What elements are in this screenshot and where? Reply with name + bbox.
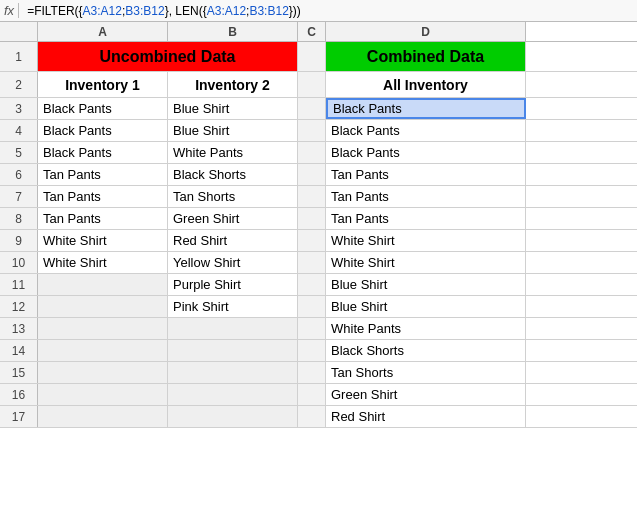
cell-d14[interactable]: Black Shorts	[326, 340, 526, 361]
row-11: 11Purple ShirtBlue Shirt	[0, 274, 637, 296]
formula-bar: fx =FILTER({A3:A12;B3:B12}, LEN({A3:A12;…	[0, 0, 637, 22]
data-rows: 3Black PantsBlue ShirtBlack Pants4Black …	[0, 98, 637, 428]
formula-text: =FILTER({A3:A12;B3:B12}, LEN({A3:A12;B3:…	[27, 4, 301, 18]
cell-a17[interactable]	[38, 406, 168, 427]
cell-b7[interactable]: Tan Shorts	[168, 186, 298, 207]
row-10: 10White ShirtYellow ShirtWhite Shirt	[0, 252, 637, 274]
row-4: 4Black PantsBlue ShirtBlack Pants	[0, 120, 637, 142]
cell-b14[interactable]	[168, 340, 298, 361]
row-14: 14Black Shorts	[0, 340, 637, 362]
cell-a15[interactable]	[38, 362, 168, 383]
cell-d13[interactable]: White Pants	[326, 318, 526, 339]
cell-d12[interactable]: Blue Shirt	[326, 296, 526, 317]
row-5: 5Black PantsWhite PantsBlack Pants	[0, 142, 637, 164]
cell-b11[interactable]: Purple Shirt	[168, 274, 298, 295]
row-6: 6Tan PantsBlack ShortsTan Pants	[0, 164, 637, 186]
cell-c14	[298, 340, 326, 361]
cell-b16[interactable]	[168, 384, 298, 405]
cell-d11[interactable]: Blue Shirt	[326, 274, 526, 295]
cell-d4[interactable]: Black Pants	[326, 120, 526, 141]
cell-b9[interactable]: Red Shirt	[168, 230, 298, 251]
row-num-2: 2	[0, 72, 38, 97]
cell-d8[interactable]: Tan Pants	[326, 208, 526, 229]
cell-d7[interactable]: Tan Pants	[326, 186, 526, 207]
row-7: 7Tan PantsTan ShortsTan Pants	[0, 186, 637, 208]
row-num-9: 9	[0, 230, 38, 251]
cell-a7[interactable]: Tan Pants	[38, 186, 168, 207]
cell-c17	[298, 406, 326, 427]
cell-d3[interactable]: Black Pants	[326, 98, 526, 119]
row-num-12: 12	[0, 296, 38, 317]
cell-d9[interactable]: White Shirt	[326, 230, 526, 251]
cell-d17[interactable]: Red Shirt	[326, 406, 526, 427]
row-num-3: 3	[0, 98, 38, 119]
row-num-5: 5	[0, 142, 38, 163]
cell-a2[interactable]: Inventory 1	[38, 72, 168, 97]
row-12: 12Pink ShirtBlue Shirt	[0, 296, 637, 318]
cell-d16[interactable]: Green Shirt	[326, 384, 526, 405]
cell-a8[interactable]: Tan Pants	[38, 208, 168, 229]
row-13: 13White Pants	[0, 318, 637, 340]
col-header-d[interactable]: D	[326, 22, 526, 41]
col-header-b[interactable]: B	[168, 22, 298, 41]
row-num-8: 8	[0, 208, 38, 229]
cell-b15[interactable]	[168, 362, 298, 383]
cell-d1[interactable]: Combined Data	[326, 42, 526, 71]
cell-b17[interactable]	[168, 406, 298, 427]
col-header-c[interactable]: C	[298, 22, 326, 41]
cell-c7	[298, 186, 326, 207]
cell-c1	[298, 42, 326, 71]
cell-a9[interactable]: White Shirt	[38, 230, 168, 251]
row-num-16: 16	[0, 384, 38, 405]
cell-a12[interactable]	[38, 296, 168, 317]
row-num-7: 7	[0, 186, 38, 207]
cell-a11[interactable]	[38, 274, 168, 295]
cell-b4[interactable]: Blue Shirt	[168, 120, 298, 141]
cell-c16	[298, 384, 326, 405]
cell-a10[interactable]: White Shirt	[38, 252, 168, 273]
cell-b8[interactable]: Green Shirt	[168, 208, 298, 229]
cell-c10	[298, 252, 326, 273]
cell-a1[interactable]: Uncombined Data	[38, 42, 298, 71]
cell-a13[interactable]	[38, 318, 168, 339]
cell-a5[interactable]: Black Pants	[38, 142, 168, 163]
cell-a16[interactable]	[38, 384, 168, 405]
cell-b5[interactable]: White Pants	[168, 142, 298, 163]
cell-b10[interactable]: Yellow Shirt	[168, 252, 298, 273]
cell-b3[interactable]: Blue Shirt	[168, 98, 298, 119]
cell-c9	[298, 230, 326, 251]
cell-a14[interactable]	[38, 340, 168, 361]
row-8: 8Tan PantsGreen ShirtTan Pants	[0, 208, 637, 230]
row-16: 16Green Shirt	[0, 384, 637, 406]
col-header-a[interactable]: A	[38, 22, 168, 41]
row-17: 17Red Shirt	[0, 406, 637, 428]
cell-d10[interactable]: White Shirt	[326, 252, 526, 273]
cell-a4[interactable]: Black Pants	[38, 120, 168, 141]
column-headers: A B C D	[0, 22, 637, 42]
cell-c3	[298, 98, 326, 119]
cell-c13	[298, 318, 326, 339]
cell-c12	[298, 296, 326, 317]
row-num-11: 11	[0, 274, 38, 295]
cell-b2[interactable]: Inventory 2	[168, 72, 298, 97]
cell-c5	[298, 142, 326, 163]
row-3: 3Black PantsBlue ShirtBlack Pants	[0, 98, 637, 120]
cell-d5[interactable]: Black Pants	[326, 142, 526, 163]
row-1: 1 Uncombined Data Combined Data	[0, 42, 637, 72]
cell-a3[interactable]: Black Pants	[38, 98, 168, 119]
cell-a6[interactable]: Tan Pants	[38, 164, 168, 185]
corner-cell	[0, 22, 38, 41]
cell-b6[interactable]: Black Shorts	[168, 164, 298, 185]
cell-b13[interactable]	[168, 318, 298, 339]
cell-d15[interactable]: Tan Shorts	[326, 362, 526, 383]
cell-c4	[298, 120, 326, 141]
cell-b12[interactable]: Pink Shirt	[168, 296, 298, 317]
row-num-6: 6	[0, 164, 38, 185]
cell-c11	[298, 274, 326, 295]
cell-c2	[298, 72, 326, 97]
row-num-13: 13	[0, 318, 38, 339]
cell-d2[interactable]: All Inventory	[326, 72, 526, 97]
row-num-1: 1	[0, 42, 38, 71]
row-15: 15Tan Shorts	[0, 362, 637, 384]
cell-d6[interactable]: Tan Pants	[326, 164, 526, 185]
